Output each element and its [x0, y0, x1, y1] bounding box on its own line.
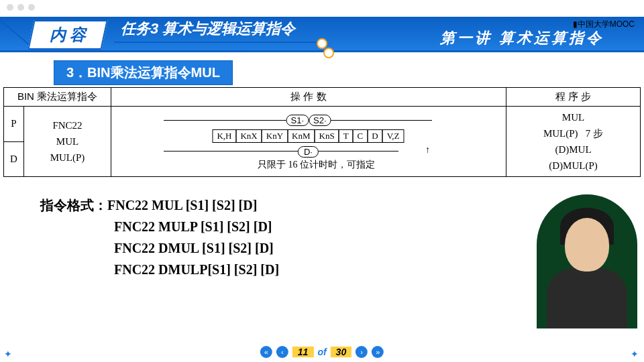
operand-note: 只限于 16 位计时时，可指定	[258, 159, 375, 171]
table-header: 程 序 步	[506, 88, 641, 107]
operand-cell: S1·S2· K,HKnXKnYKnMKnSTCDV,Z D· ↑ 只限于 16…	[111, 107, 506, 177]
operand-boxes: K,HKnXKnYKnMKnSTCDV,Z	[213, 129, 404, 143]
arrow-up-icon: ↑	[425, 144, 430, 155]
section-heading: 3．BIN乘法运算指令MUL	[54, 60, 233, 85]
pager-last-icon[interactable]: »	[372, 346, 384, 358]
presenter-video	[537, 194, 637, 328]
table-header: 操 作 数	[111, 88, 506, 107]
content-tab: 内 容	[28, 20, 107, 50]
table-header: BIN 乘法运算指令	[4, 88, 111, 107]
pager-total: 30	[331, 347, 352, 357]
decoration-underline	[114, 42, 322, 43]
fnc-cell: FNC22 MUL MUL(P)	[24, 107, 111, 177]
row-label: D	[4, 141, 24, 177]
decoration-underline	[329, 51, 624, 52]
source-labels: S1·S2·	[286, 115, 331, 126]
pager-next-icon[interactable]: ›	[356, 346, 368, 358]
row-label: P	[4, 107, 24, 142]
command-format: 指令格式：FNC22 MUL [S1] [S2] [D] FNC22 MULP …	[40, 194, 279, 280]
lecture-title: 第一讲 算术运算指令	[440, 28, 604, 48]
pager: « ‹ 11 of 30 › »	[260, 346, 384, 358]
pager-of: of	[317, 347, 326, 357]
dest-label: D·	[298, 146, 319, 158]
steps-cell: MUL MUL(P) 7 步 (D)MUL (D)MUL(P)	[506, 107, 641, 177]
window-controls	[7, 4, 35, 11]
pager-current: 11	[292, 347, 314, 357]
corner-icon: ✦	[4, 349, 13, 358]
pager-first-icon[interactable]: «	[260, 346, 272, 358]
corner-icon: ✦	[631, 349, 640, 358]
task-title: 任务3 算术与逻辑运算指令	[121, 19, 295, 39]
pager-prev-icon[interactable]: ‹	[276, 346, 288, 358]
instruction-table: BIN 乘法运算指令 操 作 数 程 序 步 P FNC22 MUL MUL(P…	[3, 87, 641, 177]
mooc-logo: ▮中国大学MOOC	[573, 19, 635, 30]
